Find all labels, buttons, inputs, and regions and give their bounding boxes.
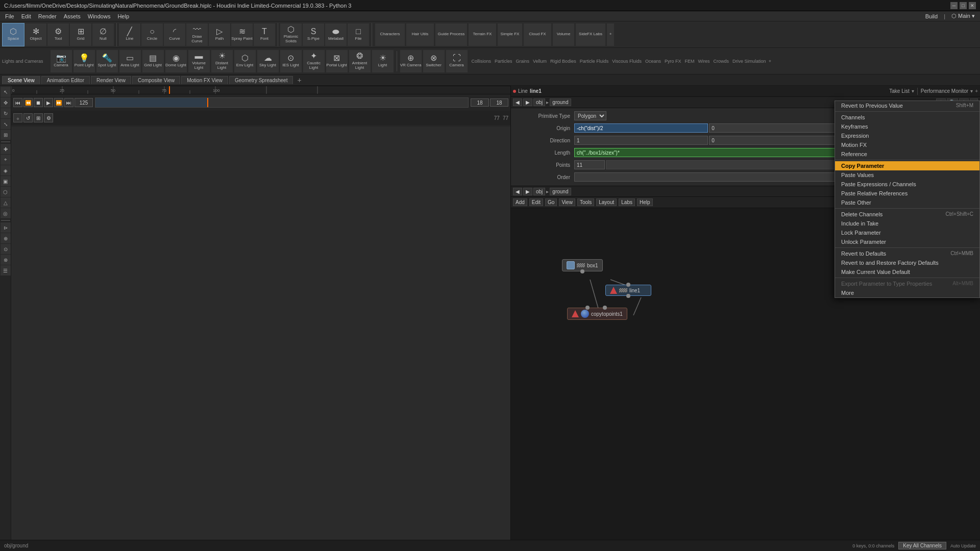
path-ground-btn[interactable]: ground xyxy=(550,98,571,106)
tool-caustic-light[interactable]: ✦ Caustic Light xyxy=(303,49,325,73)
ng-go-btn[interactable]: Go xyxy=(545,198,557,206)
ctx-revert-prev[interactable]: Revert to Previous Value Shift+M xyxy=(835,101,979,110)
ctx-paste-other[interactable]: Paste Other xyxy=(835,198,979,207)
tool-draw-curve[interactable]: 〰 Draw Curve xyxy=(186,23,208,46)
direction-y-input[interactable]: 0 xyxy=(709,136,843,145)
ng-tools-btn[interactable]: Tools xyxy=(577,198,594,206)
current-frame-input[interactable] xyxy=(75,98,93,107)
ctx-more[interactable]: More xyxy=(835,288,979,297)
tool-area-light[interactable]: ▭ Area Light xyxy=(119,49,141,73)
tool-path[interactable]: ▷ Path xyxy=(208,23,231,46)
tool-metaball[interactable]: ⬬ Metaball xyxy=(325,23,347,46)
direction-x-input[interactable]: 1 xyxy=(574,136,708,145)
close-button[interactable]: ✕ xyxy=(969,2,976,9)
node-line1-out-port[interactable] xyxy=(626,294,630,298)
settings-btn[interactable]: ⚙ xyxy=(44,113,53,122)
ng-obj-btn[interactable]: obj xyxy=(533,188,545,195)
maximize-button[interactable]: □ xyxy=(960,2,967,9)
sidebar-move-icon[interactable]: ✥ xyxy=(1,97,11,108)
sidebar-icon-1[interactable]: ✚ xyxy=(1,144,11,154)
tool-tool[interactable]: ⚙ Tool xyxy=(47,23,69,46)
primitive-type-select[interactable]: Polygon NURBS Bezier xyxy=(574,111,606,120)
ng-labs-btn[interactable]: Labs xyxy=(619,198,635,206)
sidebar-scale-icon[interactable]: ⤡ xyxy=(1,119,11,129)
ctx-revert-defaults[interactable]: Revert to Defaults Ctrl+MMB xyxy=(835,249,979,258)
ctx-reference[interactable]: Reference xyxy=(835,149,979,159)
jump-start-btn[interactable]: ⏮ xyxy=(13,98,22,107)
main-dropdown[interactable]: ⬡ Main ▾ xyxy=(948,12,978,20)
tool-dome-light[interactable]: ◉ Dome Light xyxy=(165,49,187,73)
tab-geo-spreadsheet[interactable]: Geometry Spreadsheet xyxy=(229,76,293,84)
tool-camera[interactable]: 📷 Camera xyxy=(50,49,72,73)
ng-view-btn[interactable]: View xyxy=(559,198,575,206)
ctx-motion-fx[interactable]: Motion FX xyxy=(835,140,979,149)
ng-ground-btn[interactable]: ground xyxy=(550,188,571,195)
loop-btn[interactable]: ↺ xyxy=(23,113,33,122)
node-box1[interactable]: box1 xyxy=(562,259,603,271)
end-frame-input[interactable] xyxy=(490,98,508,107)
ctx-paste-relative[interactable]: Paste Relative References xyxy=(835,189,979,198)
node-box1-out-port[interactable] xyxy=(580,269,584,273)
node-copy-in-port1[interactable] xyxy=(585,306,590,310)
tab-composite-view[interactable]: Composite View xyxy=(132,76,180,84)
ctx-channels[interactable]: Channels xyxy=(835,113,979,122)
tool-font[interactable]: T Font xyxy=(253,23,276,46)
tab-simplefx[interactable]: Simple FX xyxy=(497,23,523,46)
tab-guideproc[interactable]: Guide Process xyxy=(435,23,468,46)
origin-x-input[interactable]: -ch("dist")/2 xyxy=(574,123,708,133)
jump-end-btn[interactable]: ⏭ xyxy=(64,98,74,107)
tab-sidefxlabs[interactable]: SideFX Labs xyxy=(575,23,606,46)
ctx-keyframes[interactable]: Keyframes xyxy=(835,122,979,131)
tool-line[interactable]: ╱ Line xyxy=(118,23,141,46)
ng-edit-btn[interactable]: Edit xyxy=(529,198,543,206)
ctx-include-in-take[interactable]: Include in Take xyxy=(835,219,979,228)
tool-object[interactable]: ✻ Object xyxy=(24,23,47,46)
tab-hairutils[interactable]: Hair Utils xyxy=(406,23,434,46)
tool-spray-paint[interactable]: ≋ Spray Paint xyxy=(231,23,253,46)
tab-terrainfx[interactable]: Terrain FX xyxy=(468,23,497,46)
node-copy-in-port2[interactable] xyxy=(603,306,607,310)
node-line1-in-port[interactable] xyxy=(626,283,630,287)
snap-btn[interactable]: ⊞ xyxy=(34,113,43,122)
sidebar-icon-8[interactable]: ⊳ xyxy=(1,222,11,233)
key-btn[interactable]: ⬦ xyxy=(13,113,22,122)
sidebar-icon-9[interactable]: ⊕ xyxy=(1,233,11,243)
sidebar-select-icon[interactable]: ↖ xyxy=(1,87,11,97)
tool-point-light[interactable]: 💡 Point Light xyxy=(73,49,95,73)
tab-animation-editor[interactable]: Animation Editor xyxy=(41,76,90,84)
ctx-revert-factory[interactable]: Revert to and Restore Factory Defaults xyxy=(835,258,979,267)
sidebar-rotate-icon[interactable]: ↻ xyxy=(1,108,11,118)
ctx-paste-expr-channels[interactable]: Paste Expressions / Channels xyxy=(835,180,979,189)
tab-chars[interactable]: Characters xyxy=(375,23,405,46)
ng-layout-btn[interactable]: Layout xyxy=(596,198,617,206)
path-obj-btn[interactable]: obj xyxy=(533,98,545,106)
tool-portal-light[interactable]: ⊠ Portal Light xyxy=(326,49,348,73)
ctx-make-default[interactable]: Make Current Value Default xyxy=(835,267,979,277)
stop-btn[interactable]: ⏹ xyxy=(34,98,43,107)
menu-assets[interactable]: Assets xyxy=(61,12,84,20)
ng-add-btn[interactable]: Add xyxy=(513,198,527,206)
sidebar-icon-7[interactable]: ◎ xyxy=(1,208,11,218)
ctx-lock-parameter[interactable]: Lock Parameter xyxy=(835,228,979,237)
origin-y-input[interactable]: 0 xyxy=(709,123,843,133)
tool-null[interactable]: ∅ Null xyxy=(92,23,114,46)
path-forward-btn[interactable]: ▶ xyxy=(523,98,532,106)
play-btn[interactable]: ▶ xyxy=(44,98,53,107)
ng-forward-btn[interactable]: ▶ xyxy=(523,188,532,195)
tool-ies-light[interactable]: ⊙ IES Light xyxy=(280,49,302,73)
path-back-btn[interactable]: ◀ xyxy=(513,98,522,106)
tool-spot-light[interactable]: 🔦 Spot Light xyxy=(96,49,118,73)
build-label[interactable]: Build xyxy=(922,12,941,20)
sidebar-icon-11[interactable]: ⊗ xyxy=(1,255,11,265)
tool-curve[interactable]: ◜ Curve xyxy=(163,23,186,46)
tab-more[interactable]: + xyxy=(606,23,615,46)
tool-switcher[interactable]: ⊗ Switcher xyxy=(423,49,445,73)
tool-camera2[interactable]: ⛶ Camera xyxy=(446,49,468,73)
ctx-expression[interactable]: Expression xyxy=(835,131,979,140)
tab-motion-fx[interactable]: Motion FX View xyxy=(181,76,228,84)
tool-sky-light[interactable]: ☁ Sky Light xyxy=(257,49,279,73)
tab-volume[interactable]: Volume xyxy=(552,23,575,46)
ctx-delete-channels[interactable]: Delete Channels Ctrl+Shift+C xyxy=(835,210,979,219)
tool-platonic[interactable]: ⬡ PlatonicSolids xyxy=(280,23,302,46)
tool-grid[interactable]: ⊞ Grid xyxy=(69,23,92,46)
